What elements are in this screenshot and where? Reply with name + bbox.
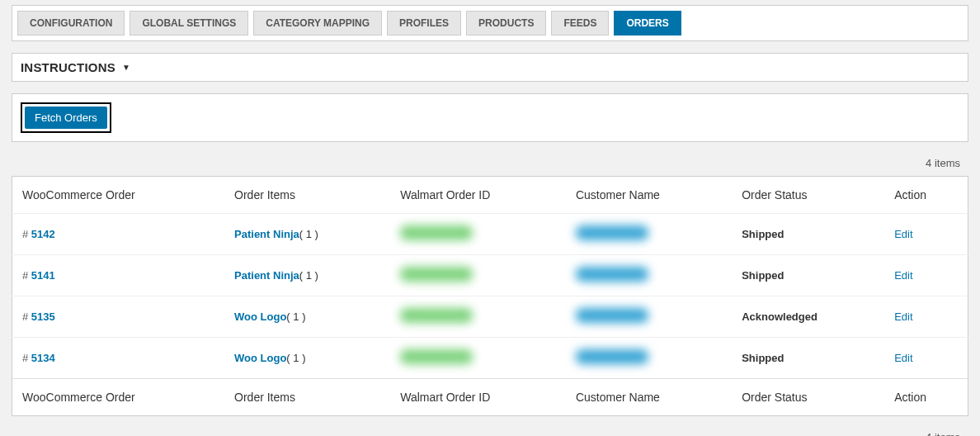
- tab-global-settings[interactable]: GLOBAL SETTINGS: [130, 11, 248, 36]
- fetch-orders-button[interactable]: Fetch Orders: [25, 107, 107, 129]
- order-link[interactable]: 5142: [31, 228, 55, 240]
- order-hash: #: [22, 352, 28, 364]
- fetch-button-focus-ring: Fetch Orders: [21, 102, 111, 133]
- cell-status: Shipped: [732, 214, 884, 255]
- items-count-bottom: 4 items: [12, 431, 960, 436]
- tabs-bar: CONFIGURATIONGLOBAL SETTINGSCATEGORY MAP…: [12, 5, 968, 41]
- col-status[interactable]: Order Status: [732, 177, 884, 214]
- order-hash: #: [22, 228, 28, 240]
- cell-status: Shipped: [732, 338, 884, 379]
- order-item-qty: ( 1 ): [299, 228, 318, 240]
- cell-order-items: Patient Ninja( 1 ): [224, 214, 390, 255]
- blurred-customer-name: [576, 267, 648, 282]
- edit-link[interactable]: Edit: [894, 228, 912, 240]
- edit-link[interactable]: Edit: [894, 269, 912, 282]
- cell-action: Edit: [884, 255, 968, 296]
- blurred-walmart-id: [400, 267, 473, 282]
- fetch-panel: Fetch Orders: [12, 93, 968, 142]
- cell-woo-order: # 5134: [12, 338, 225, 379]
- tab-feeds[interactable]: FEEDS: [551, 11, 609, 36]
- order-link[interactable]: 5141: [31, 269, 55, 282]
- cell-status: Acknowledged: [732, 296, 884, 338]
- blurred-customer-name: [576, 308, 648, 323]
- orders-table: WooCommerce Order Order Items Walmart Or…: [12, 176, 968, 416]
- tab-configuration[interactable]: CONFIGURATION: [17, 11, 125, 36]
- col-status: Order Status: [732, 379, 884, 416]
- cell-customer: [566, 214, 732, 255]
- blurred-customer-name: [576, 225, 648, 240]
- status-text: Shipped: [742, 269, 784, 282]
- col-action: Action: [884, 379, 968, 416]
- order-item-link[interactable]: Woo Logo: [234, 352, 286, 364]
- order-link[interactable]: 5134: [31, 352, 55, 364]
- cell-woo-order: # 5135: [12, 296, 225, 338]
- cell-walmart-id: [390, 338, 566, 379]
- col-order-items[interactable]: Order Items: [224, 177, 390, 214]
- cell-customer: [566, 338, 732, 379]
- cell-order-items: Woo Logo( 1 ): [224, 338, 390, 379]
- table-footer-row: WooCommerce Order Order Items Walmart Or…: [12, 379, 968, 416]
- order-hash: #: [22, 269, 28, 282]
- cell-walmart-id: [390, 296, 566, 338]
- cell-walmart-id: [390, 255, 566, 296]
- table-row: # 5142Patient Ninja( 1 )ShippedEdit: [12, 214, 968, 255]
- chevron-down-icon: ▼: [122, 63, 130, 72]
- edit-link[interactable]: Edit: [894, 352, 912, 364]
- status-text: Acknowledged: [742, 310, 817, 323]
- col-customer[interactable]: Customer Name: [566, 177, 732, 214]
- col-walmart-id[interactable]: Walmart Order ID: [390, 177, 566, 214]
- blurred-walmart-id: [400, 349, 473, 364]
- order-link[interactable]: 5135: [31, 310, 55, 323]
- cell-order-items: Patient Ninja( 1 ): [224, 255, 390, 296]
- table-row: # 5135Woo Logo( 1 )AcknowledgedEdit: [12, 296, 968, 338]
- cell-customer: [566, 296, 732, 338]
- blurred-walmart-id: [400, 225, 473, 240]
- tab-orders[interactable]: ORDERS: [614, 11, 681, 36]
- order-item-qty: ( 1 ): [286, 310, 305, 323]
- instructions-title: INSTRUCTIONS: [21, 60, 115, 74]
- table-row: # 5141Patient Ninja( 1 )ShippedEdit: [12, 255, 968, 296]
- order-hash: #: [22, 310, 28, 323]
- cell-action: Edit: [884, 214, 968, 255]
- cell-order-items: Woo Logo( 1 ): [224, 296, 390, 338]
- tab-profiles[interactable]: PROFILES: [387, 11, 461, 36]
- table-row: # 5134Woo Logo( 1 )ShippedEdit: [12, 338, 968, 379]
- cell-woo-order: # 5141: [12, 255, 225, 296]
- order-item-link[interactable]: Patient Ninja: [234, 228, 299, 240]
- col-order-items: Order Items: [224, 379, 390, 416]
- tab-products[interactable]: PRODUCTS: [466, 11, 546, 36]
- col-walmart-id: Walmart Order ID: [390, 379, 566, 416]
- order-item-qty: ( 1 ): [299, 269, 318, 282]
- blurred-walmart-id: [400, 308, 473, 323]
- table-header-row: WooCommerce Order Order Items Walmart Or…: [12, 177, 968, 214]
- cell-action: Edit: [884, 338, 968, 379]
- cell-woo-order: # 5142: [12, 214, 225, 255]
- instructions-panel[interactable]: INSTRUCTIONS ▼: [12, 53, 968, 82]
- col-action[interactable]: Action: [884, 177, 968, 214]
- cell-status: Shipped: [732, 255, 884, 296]
- tab-category-mapping[interactable]: CATEGORY MAPPING: [253, 11, 382, 36]
- items-count-top: 4 items: [12, 157, 960, 169]
- cell-customer: [566, 255, 732, 296]
- order-item-qty: ( 1 ): [286, 352, 305, 364]
- order-item-link[interactable]: Woo Logo: [234, 310, 286, 323]
- col-customer: Customer Name: [566, 379, 732, 416]
- col-woo-order: WooCommerce Order: [12, 379, 225, 416]
- status-text: Shipped: [742, 228, 784, 240]
- cell-walmart-id: [390, 214, 566, 255]
- order-item-link[interactable]: Patient Ninja: [234, 269, 299, 282]
- cell-action: Edit: [884, 296, 968, 338]
- edit-link[interactable]: Edit: [894, 310, 912, 323]
- blurred-customer-name: [576, 349, 648, 364]
- status-text: Shipped: [742, 352, 784, 364]
- col-woo-order[interactable]: WooCommerce Order: [12, 177, 225, 214]
